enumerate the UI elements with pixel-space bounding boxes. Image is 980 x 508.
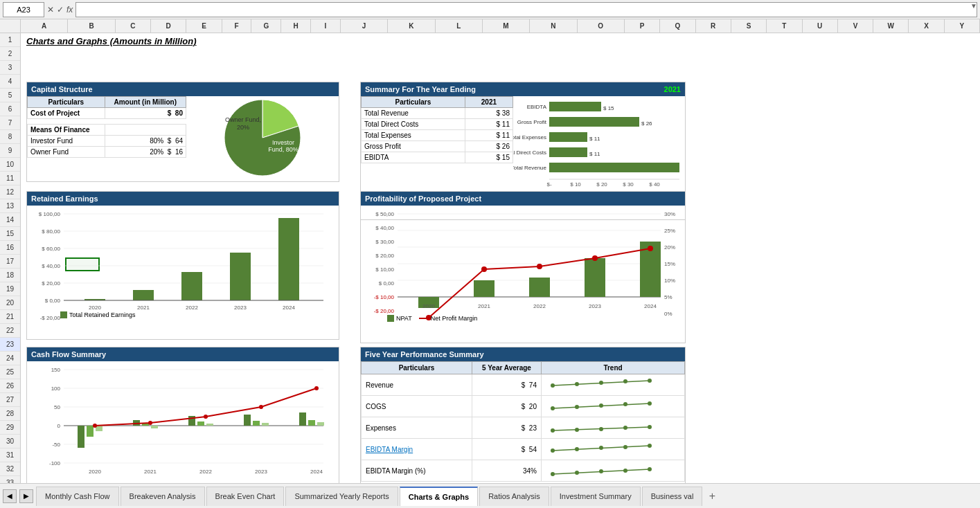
capital-structure-table: Particulars Amount (in Million) Cost of … [27,96,186,158]
col-a[interactable]: A [21,19,68,33]
col-c[interactable]: C [116,19,151,33]
cancel-icon[interactable]: ✕ [47,5,54,15]
svg-text:2022: 2022 [186,305,198,311]
col-p[interactable]: P [625,19,660,33]
svg-text:150: 150 [51,367,61,373]
svg-text:$ 11: $ 11 [589,151,600,157]
col-j[interactable]: J [341,19,388,33]
col-k[interactable]: K [388,19,435,33]
svg-text:$ 15: $ 15 [603,105,614,111]
svg-text:25%: 25% [664,228,675,234]
svg-text:2024: 2024 [310,469,323,475]
page-title: Charts and Graphs (Amounts in Million) [26,36,197,46]
col-e[interactable]: E [186,19,222,33]
svg-rect-109 [206,424,213,426]
svg-point-115 [259,405,263,409]
legend-npm: Net Profit Margin [419,315,478,322]
svg-text:2022: 2022 [533,303,546,309]
svg-text:$ 50,00: $ 50,00 [375,211,394,217]
svg-rect-104 [197,421,204,426]
svg-text:Total Direct Costs: Total Direct Costs [513,149,546,156]
col-t[interactable]: T [767,19,802,33]
svg-text:2021: 2021 [137,305,150,311]
svg-text:2020: 2020 [89,305,101,311]
svg-text:$ 26: $ 26 [641,120,652,127]
svg-text:30%: 30% [664,211,675,217]
five-year-table: Particulars 5 Year Average Trend Revenue… [361,361,685,482]
svg-rect-100 [244,415,251,426]
svg-point-77 [537,264,542,269]
col-i[interactable]: I [311,19,341,33]
svg-point-135 [551,428,555,433]
svg-text:$ 10: $ 10 [570,181,581,188]
svg-point-143 [599,446,603,450]
svg-point-145 [648,444,652,448]
col-s[interactable]: S [731,19,767,33]
svg-rect-106 [308,420,315,426]
corner-header [0,19,21,33]
col-r[interactable]: R [696,19,731,33]
svg-rect-105 [253,421,260,426]
col-f[interactable]: F [222,19,252,33]
col-l[interactable]: L [436,19,483,33]
svg-point-137 [599,427,603,431]
cs-cell: Means Of Finance [28,125,105,136]
svg-rect-72 [529,278,550,297]
svg-text:-$ 20,00: -$ 20,00 [374,308,395,314]
confirm-icon[interactable]: ✓ [57,5,64,15]
svg-point-149 [599,469,603,473]
cell-reference[interactable] [3,2,44,17]
col-h[interactable]: H [281,19,311,33]
main-content[interactable]: Charts and Graphs (Amounts in Million) C… [21,33,980,483]
svg-text:$ 10,00: $ 10,00 [375,266,394,273]
svg-point-129 [551,406,555,410]
formula-bar: ✕ ✓ fx ▼ [0,0,980,19]
svg-text:2023: 2023 [255,469,267,475]
svg-text:$ 20: $ 20 [596,181,607,188]
legend-npat: NPAT [387,315,412,322]
col-x[interactable]: X [909,19,944,33]
svg-text:5%: 5% [664,294,672,300]
svg-point-144 [623,445,627,449]
svg-point-142 [575,447,579,451]
svg-rect-71 [474,280,495,297]
col-d[interactable]: D [151,19,186,33]
svg-text:2020: 2020 [89,469,101,475]
svg-point-125 [599,381,603,385]
svg-rect-15 [549,147,587,157]
svg-text:0%: 0% [664,311,672,317]
svg-point-112 [93,424,97,428]
col-v[interactable]: V [838,19,873,33]
col-n[interactable]: N [530,19,577,33]
svg-text:EBIDTA: EBIDTA [527,104,547,110]
cs-col-amount: Amount (in Million) [105,97,186,108]
col-u[interactable]: U [803,19,838,33]
profitability-chart: $ 50,00 $ 40,00 $ 30,00 $ 20,00 $ 10,00 … [366,206,679,322]
capital-structure-section: Capital Structure Particulars Amount (in… [26,82,339,182]
formula-input[interactable] [75,2,977,17]
retained-earnings-header: Retained Earnings [27,192,339,206]
cs-col-particulars: Particulars [28,97,105,108]
col-y[interactable]: Y [945,19,980,33]
cs-cell: Owner Fund [28,147,105,158]
col-o[interactable]: O [578,19,625,33]
svg-text:$ 80,00: $ 80,00 [42,228,60,235]
svg-point-126 [623,379,627,383]
col-m[interactable]: M [483,19,530,33]
svg-text:2024: 2024 [283,305,295,311]
retained-earnings-section: Retained Earnings $ 100,00 $ 80,00 $ 60,… [26,191,339,340]
col-w[interactable]: W [873,19,909,33]
svg-rect-73 [585,258,605,297]
svg-text:Owner Fund,: Owner Fund, [225,116,261,123]
svg-text:$ 100,00: $ 100,00 [39,211,61,217]
cash-flow-chart: 150 100 50 0 -50 -100 [33,361,333,478]
col-b[interactable]: B [68,19,115,33]
svg-text:$ 20,00: $ 20,00 [375,253,394,259]
svg-rect-42 [278,218,299,300]
five-year-section: Five Year Performance Summary Particular… [360,347,686,483]
cash-flow-header: Cash Flow Summary [27,347,339,361]
svg-text:0: 0 [57,423,61,429]
col-q[interactable]: Q [660,19,695,33]
svg-text:2024: 2024 [644,303,657,309]
col-g[interactable]: G [251,19,281,33]
